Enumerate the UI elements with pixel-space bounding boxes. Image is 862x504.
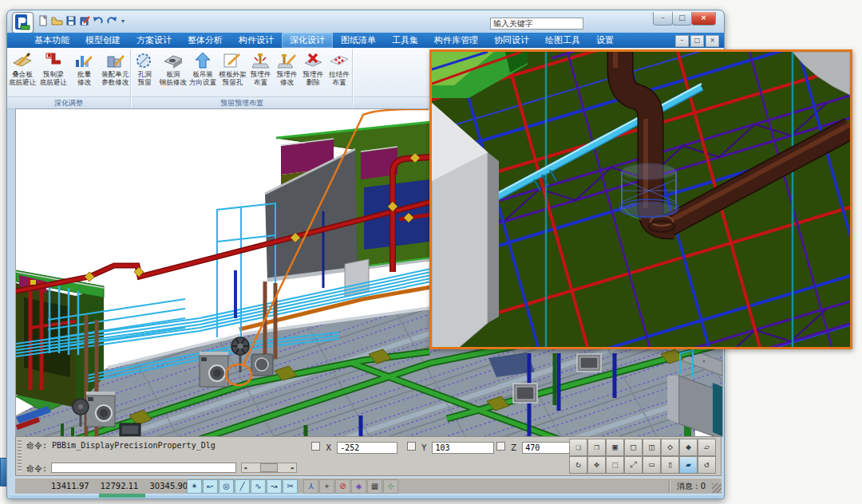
view-plan-1-button[interactable]: ▭ <box>643 456 661 474</box>
x-checkbox[interactable] <box>311 442 320 451</box>
tie-place-icon <box>329 51 350 70</box>
batch-modify-icon <box>73 51 94 70</box>
tab-deepen-design[interactable]: 深化设计 <box>282 33 333 48</box>
y-input[interactable] <box>432 442 494 454</box>
pbbim-logo-icon <box>13 13 33 33</box>
resize-grip[interactable] <box>712 483 722 493</box>
panel-grip[interactable] <box>18 440 22 472</box>
view-rotate-button[interactable]: ↻ <box>569 456 587 474</box>
btn-tie-place[interactable]: 拉结件 布置 <box>326 50 352 87</box>
view-shaded-button[interactable]: ▰ <box>679 456 698 474</box>
snap-endpoint-button[interactable]: ↜ <box>203 479 218 494</box>
command-panel: 命令: PBBim_DisplayPrecisionProperty_Dlg 命… <box>15 436 722 476</box>
child-window-controls: – □ × <box>675 35 719 47</box>
snap-perpendicular-button[interactable]: ↝ <box>267 479 282 494</box>
tab-drawing-tools[interactable]: 绘图工具 <box>537 33 588 48</box>
child-close-button[interactable]: × <box>706 35 719 47</box>
close-button[interactable]: × <box>691 12 716 26</box>
message-counter[interactable]: 消息 : 0 <box>669 480 712 493</box>
tab-member-design[interactable]: 构件设计 <box>231 33 282 48</box>
tab-toolset[interactable]: 工具集 <box>384 33 426 48</box>
walkthrough-button[interactable]: ↺ <box>698 456 716 474</box>
crosshair-toggle[interactable]: ⊹ <box>383 479 398 494</box>
tab-scheme-design[interactable]: 方案设计 <box>129 33 180 48</box>
x-input[interactable] <box>337 442 397 454</box>
render-mode-toggle[interactable]: ◈ <box>351 479 366 494</box>
btn-slab-hole-rebar-modify[interactable]: 板洞 钢筋修改 <box>159 50 188 87</box>
y-label: Y <box>421 443 426 452</box>
detail-inset-window[interactable] <box>429 49 852 349</box>
btn-batch-modify[interactable]: 批量 修改 <box>69 50 100 87</box>
grid-display-toggle[interactable]: ▦ <box>367 479 382 494</box>
view-angle-toggle[interactable]: ⌖ <box>319 479 334 494</box>
axis-display-toggle[interactable]: ⅄ <box>303 479 318 494</box>
view-plan-2-button[interactable]: ▯ <box>661 456 679 474</box>
btn-embed-modify[interactable]: 预埋件 修改 <box>275 50 300 87</box>
view-top-button[interactable]: □ <box>624 439 643 456</box>
tab-collab-design[interactable]: 协同设计 <box>486 33 537 48</box>
btn-assembly-unit-param-modify[interactable]: 装配单元 参数修改 <box>100 50 130 87</box>
open-folder-icon[interactable] <box>51 15 63 26</box>
redo-icon[interactable] <box>106 15 117 26</box>
command-input[interactable] <box>51 463 236 473</box>
btn-beam-bottom-rebar-avoid[interactable]: 预制梁 底筋避让 <box>38 50 69 87</box>
btn-formwork-scaffold-hole[interactable]: 模板外架 预留孔 <box>218 50 247 87</box>
quick-access-toolbar: ▾ <box>38 15 125 26</box>
assembly-param-icon <box>105 51 125 70</box>
command-prompt-label: 命令: <box>26 463 47 474</box>
child-restore-button[interactable]: □ <box>690 35 704 47</box>
tab-model-create[interactable]: 模型创建 <box>77 33 129 48</box>
new-file-icon[interactable] <box>38 15 49 26</box>
btn-slab-bottom-rebar-avoid[interactable]: 叠合板 底筋避让 <box>7 50 38 87</box>
maximize-button[interactable]: □ <box>672 12 692 26</box>
btn-slab-hoist-direction[interactable]: 板吊装 方向设置 <box>188 50 217 87</box>
y-checkbox[interactable] <box>407 442 416 451</box>
child-minimize-button[interactable]: – <box>675 35 689 47</box>
scroll-right-icon[interactable]: ► <box>290 465 296 471</box>
snap-grid-button[interactable]: ✶ <box>187 479 202 494</box>
view-diamond-1-button[interactable]: ◇ <box>661 439 679 456</box>
tab-settings[interactable]: 设置 <box>588 33 622 48</box>
snap-intersection-button[interactable]: ✂ <box>283 479 298 494</box>
beam-rebar-avoid-icon <box>43 51 64 70</box>
view-front-button[interactable]: ◫ <box>643 439 661 456</box>
tab-drawing-list[interactable]: 图纸清单 <box>333 33 384 48</box>
slab-rebar-avoid-icon <box>12 51 33 70</box>
qat-more-icon[interactable]: ▾ <box>121 18 125 25</box>
scrollbar-thumb[interactable] <box>260 463 278 472</box>
x-axis-field: X <box>311 442 397 454</box>
tab-overall-analysis[interactable]: 整体分析 <box>180 33 231 48</box>
search-input[interactable] <box>490 18 583 30</box>
minimize-button[interactable]: – <box>653 12 673 26</box>
tab-basic-functions[interactable]: 基本功能 <box>26 33 77 48</box>
view-iso-3-button[interactable]: ▣ <box>606 439 624 456</box>
scroll-left-icon[interactable]: ◄ <box>242 465 248 471</box>
undo-icon[interactable] <box>93 15 104 26</box>
z-axis-field: Z <box>496 442 578 454</box>
save-edit-icon[interactable] <box>79 15 90 26</box>
view-iso-1-button[interactable]: ❏ <box>569 439 587 456</box>
btn-embed-delete[interactable]: 预埋件 删除 <box>300 50 326 87</box>
btn-embed-place[interactable]: 预埋件 布置 <box>248 50 274 87</box>
zoom-extents-button[interactable]: ⤢ <box>624 456 643 474</box>
command-scrollbar[interactable]: ◄ ► <box>241 463 297 473</box>
pan-button[interactable]: ✥ <box>587 456 606 474</box>
embed-place-icon <box>251 51 271 70</box>
slab-hole-icon <box>163 51 184 70</box>
snap-nearest-button[interactable]: ╱ <box>235 479 250 494</box>
hoist-direction-arrow-icon <box>192 51 213 70</box>
view-diamond-2-button[interactable]: ◆ <box>679 439 698 456</box>
save-icon[interactable] <box>65 15 77 26</box>
snap-tangent-button[interactable]: ∿ <box>251 479 266 494</box>
app-logo-button[interactable] <box>12 12 34 33</box>
z-label: Z <box>511 443 516 452</box>
z-checkbox[interactable] <box>496 442 505 451</box>
snap-center-button[interactable]: ◎ <box>219 479 234 494</box>
disable-toggle[interactable]: ⊘ <box>335 479 350 494</box>
btn-hole-reserve[interactable]: 孔洞 预留 <box>132 50 158 87</box>
view-iso-2-button[interactable]: ❐ <box>587 439 606 456</box>
zoom-window-button[interactable]: ⬚ <box>606 456 624 474</box>
tab-member-library[interactable]: 构件库管理 <box>426 33 486 48</box>
command-history: 命令: PBBim_DisplayPrecisionProperty_Dlg <box>26 440 216 451</box>
view-flat-button[interactable]: ▱ <box>698 439 716 456</box>
